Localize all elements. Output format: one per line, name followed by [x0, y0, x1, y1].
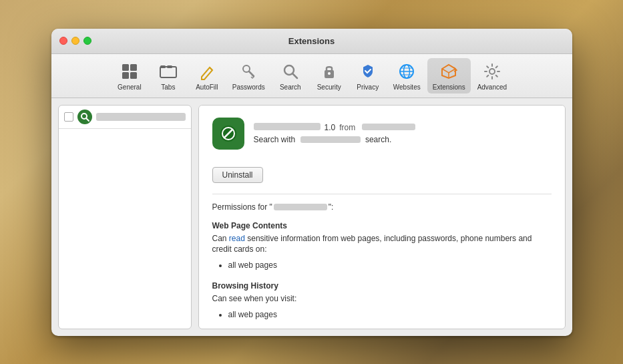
search-icon — [280, 61, 301, 82]
browsing-history-list: all web pages — [228, 309, 552, 321]
web-page-contents-title: Web Page Contents — [212, 221, 552, 230]
svg-rect-1 — [130, 64, 137, 71]
svg-rect-3 — [130, 72, 137, 79]
tabs-icon — [158, 61, 179, 82]
extension-from: from — [339, 123, 355, 132]
passwords-icon — [238, 61, 259, 82]
extension-info: 1.0 from Search with search. — [254, 123, 552, 144]
advanced-label: Advanced — [477, 83, 507, 91]
uninstall-button-wrapper: Uninstall — [212, 160, 552, 194]
toolbar-item-extensions[interactable]: Extensions — [427, 58, 471, 94]
uninstall-button[interactable]: Uninstall — [212, 167, 263, 183]
minimize-button[interactable] — [71, 37, 79, 45]
websites-icon — [396, 61, 417, 82]
extensions-icon — [438, 61, 459, 82]
advanced-icon — [481, 61, 503, 82]
desc-highlight: read — [229, 234, 245, 243]
extension-description: Search with search. — [254, 135, 552, 144]
autofill-label: AutoFill — [196, 83, 218, 91]
general-icon — [119, 61, 140, 82]
toolbar: General Tabs AutoFill — [51, 54, 572, 98]
extension-icon — [212, 118, 244, 150]
permissions-prefix: Permissions for " — [212, 202, 272, 212]
web-page-contents-item: all web pages — [228, 259, 552, 272]
extensions-label: Extensions — [433, 83, 465, 91]
websites-label: Websites — [393, 83, 421, 91]
extension-version: 1.0 — [325, 123, 336, 132]
permissions-suffix: ": — [329, 202, 334, 212]
divider — [212, 194, 552, 194]
security-label: Security — [317, 83, 341, 91]
tabs-label: Tabs — [161, 83, 175, 91]
extension-sidebar-icon — [77, 110, 92, 124]
web-page-contents-desc: Can read sensitive information from web … — [212, 233, 552, 256]
extension-header: 1.0 from Search with search. — [212, 118, 552, 150]
sidebar-header — [59, 106, 191, 129]
svg-rect-2 — [122, 72, 129, 79]
toolbar-item-websites[interactable]: Websites — [388, 58, 426, 94]
toolbar-item-security[interactable]: Security — [310, 58, 348, 94]
svg-rect-5 — [160, 65, 166, 68]
passwords-label: Passwords — [232, 83, 265, 91]
close-button[interactable] — [59, 37, 67, 45]
extension-perm-name — [274, 204, 327, 210]
extension-source-bar — [362, 124, 415, 130]
desc-suffix: sensitive information from web pages, in… — [212, 234, 532, 254]
web-page-contents-list: all web pages — [228, 259, 552, 272]
toolbar-item-autofill[interactable]: AutoFill — [188, 58, 226, 94]
toolbar-item-advanced[interactable]: Advanced — [472, 58, 512, 94]
traffic-lights — [59, 37, 91, 45]
extension-desc-bar — [300, 136, 361, 143]
toolbar-item-search[interactable]: Search — [272, 58, 309, 94]
toolbar-item-privacy[interactable]: Privacy — [349, 58, 387, 94]
browsing-history-desc: Can see when you visit: — [212, 293, 552, 305]
svg-rect-4 — [160, 67, 176, 77]
browsing-history-section: Browsing History Can see when you visit:… — [212, 281, 552, 321]
toolbar-item-tabs[interactable]: Tabs — [150, 58, 187, 94]
svg-rect-0 — [122, 64, 129, 71]
content-area: 1.0 from Search with search. Uninstall — [51, 98, 572, 336]
search-suffix-text: search. — [365, 135, 391, 144]
extension-name-bar — [254, 123, 321, 130]
general-label: General — [118, 83, 142, 91]
toolbar-item-general[interactable]: General — [111, 58, 148, 94]
toolbar-item-passwords[interactable]: Passwords — [227, 58, 270, 94]
security-icon — [319, 61, 340, 82]
autofill-icon — [196, 61, 218, 82]
svg-point-19 — [489, 69, 495, 74]
svg-point-12 — [328, 72, 331, 75]
svg-rect-6 — [167, 65, 172, 68]
privacy-icon — [357, 61, 379, 82]
browsing-history-title: Browsing History — [212, 281, 552, 291]
browsing-history-item: all web pages — [228, 309, 552, 321]
svg-line-21 — [86, 118, 89, 121]
main-content: 1.0 from Search with search. Uninstall — [198, 105, 566, 329]
extension-sidebar-name — [96, 113, 186, 121]
svg-line-10 — [292, 73, 297, 78]
search-with-text: Search with — [254, 135, 296, 144]
desc-prefix: Can — [212, 234, 229, 243]
privacy-label: Privacy — [357, 83, 379, 91]
maximize-button[interactable] — [83, 37, 91, 45]
search-label: Search — [280, 83, 301, 91]
title-bar: Extensions — [51, 29, 572, 54]
sidebar — [58, 105, 192, 329]
extension-name-row: 1.0 from — [254, 123, 552, 132]
web-page-contents-section: Web Page Contents Can read sensitive inf… — [212, 221, 552, 272]
main-window: Extensions General T — [51, 29, 572, 336]
extension-checkbox[interactable] — [64, 112, 73, 122]
window-title: Extensions — [288, 36, 335, 46]
permissions-header: Permissions for "": — [212, 202, 552, 212]
